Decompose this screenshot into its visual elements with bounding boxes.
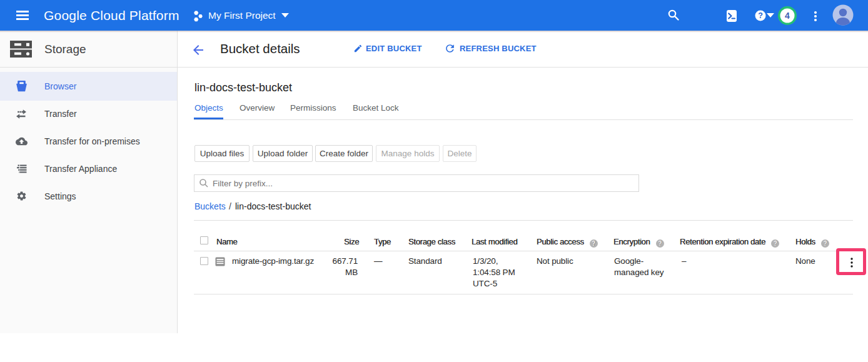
svg-text:?: ?	[758, 11, 763, 20]
svg-text:4: 4	[785, 11, 790, 21]
